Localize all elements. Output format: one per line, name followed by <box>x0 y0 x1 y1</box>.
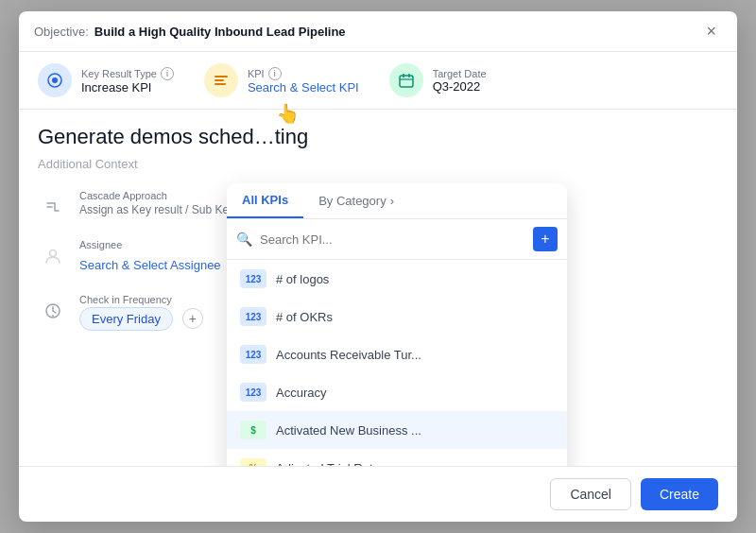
meta-target-date: Target Date Q3-2022 <box>389 63 487 97</box>
svg-rect-2 <box>215 76 228 77</box>
target-date-icon <box>389 63 423 97</box>
assignee-icon <box>38 241 68 271</box>
add-frequency-button[interactable]: + <box>182 308 203 329</box>
kpi-add-button[interactable]: + <box>533 227 558 251</box>
kpi-item-name: # of logos <box>276 272 329 286</box>
svg-point-1 <box>52 77 58 83</box>
kpi-search-row: 🔍 + <box>227 219 567 260</box>
kpi-item-name: Accounts Receivable Tur... <box>276 348 421 362</box>
key-result-type-content: Key Result Type i Increase KPI <box>81 67 174 95</box>
kpi-item-name: Accuracy <box>276 386 326 400</box>
kpi-label: KPI i <box>248 67 359 80</box>
kpi-badge: 123 <box>240 345 266 364</box>
kpi-select-link[interactable]: Search & Select KPI <box>248 80 359 95</box>
kpi-list-item[interactable]: 123 # of OKRs <box>227 298 567 335</box>
chevron-right-icon: › <box>390 194 394 208</box>
cascade-icon <box>38 192 68 222</box>
frequency-badge: Every Friday <box>79 307 173 331</box>
modal-header: Objective: Build a High Quality Inbound … <box>19 11 737 52</box>
additional-context[interactable]: Additional Context <box>38 157 718 171</box>
kpi-content: KPI i Search & Select KPI <box>248 67 359 95</box>
kpi-item-name: Adjusted Trial Rate <box>276 461 380 467</box>
target-date-content: Target Date Q3-2022 <box>433 68 487 94</box>
close-button[interactable]: × <box>700 21 722 42</box>
modal-footer: Cancel Create <box>19 466 737 522</box>
kpi-item-name: # of OKRs <box>276 310 333 324</box>
frequency-value: Every Friday <box>92 312 161 326</box>
key-result-type-value: Increase KPI <box>81 80 174 95</box>
kpi-list-item[interactable]: % Adjusted Trial Rate <box>227 449 567 466</box>
kpi-badge: 123 <box>240 383 266 402</box>
kpi-badge: % <box>240 458 266 466</box>
key-result-type-info-icon[interactable]: i <box>161 67 174 80</box>
kpi-list-item[interactable]: $ Activated New Business ... <box>227 411 567 449</box>
kpi-info-icon[interactable]: i <box>268 67 282 80</box>
svg-point-11 <box>52 315 54 317</box>
target-date-label: Target Date <box>433 68 487 79</box>
modal-overlay: Objective: Build a High Quality Inbound … <box>0 0 756 533</box>
kpi-dropdown: All KPIs By Category › 🔍 + 123 # of logo… <box>227 183 567 466</box>
kpi-badge: 123 <box>240 307 266 326</box>
svg-rect-5 <box>400 76 413 87</box>
svg-point-9 <box>50 250 57 257</box>
kpi-item-name: Activated New Business ... <box>276 423 421 438</box>
create-button[interactable]: Create <box>641 478 718 510</box>
kpi-list-item[interactable]: 123 Accounts Receivable Tur... <box>227 335 567 373</box>
meta-key-result-type: Key Result Type i Increase KPI <box>38 63 174 97</box>
modal: Objective: Build a High Quality Inbound … <box>19 11 737 522</box>
key-result-type-label: Key Result Type i <box>81 67 174 80</box>
kpi-icon <box>204 63 238 97</box>
frequency-icon <box>38 296 68 326</box>
objective-label: Objective: <box>34 25 89 39</box>
svg-rect-3 <box>215 79 224 81</box>
kpi-list-item[interactable]: 123 # of logos <box>227 260 567 298</box>
modal-header-title: Objective: Build a High Quality Inbound … <box>34 25 346 39</box>
kpi-badge: $ <box>240 421 266 439</box>
meta-kpi: KPI i Search & Select KPI <box>204 63 359 97</box>
objective-value: Build a High Quality Inbound Lead Pipeli… <box>94 25 346 39</box>
objective-title: Generate demos sched…ting <box>38 125 718 149</box>
kpi-search-input[interactable] <box>260 232 525 247</box>
kpi-search-icon: 🔍 <box>236 232 252 247</box>
target-date-value: Q3-2022 <box>433 79 487 94</box>
assignee-select-link[interactable]: Search & Select Assignee <box>79 258 221 272</box>
kpi-tabs: All KPIs By Category › <box>227 183 567 219</box>
kpi-tab-all[interactable]: All KPIs <box>227 183 303 218</box>
cancel-button[interactable]: Cancel <box>550 478 631 510</box>
kpi-list: 123 # of logos 123 # of OKRs 123 Account… <box>227 260 567 466</box>
meta-row: Key Result Type i Increase KPI K <box>19 52 737 110</box>
svg-rect-4 <box>215 83 226 85</box>
kpi-badge: 123 <box>240 269 266 288</box>
key-result-type-icon <box>38 63 72 97</box>
kpi-tab-category[interactable]: By Category › <box>303 183 409 218</box>
modal-body: Generate demos sched…ting Additional Con… <box>19 110 737 466</box>
kpi-list-item[interactable]: 123 Accuracy <box>227 373 567 411</box>
